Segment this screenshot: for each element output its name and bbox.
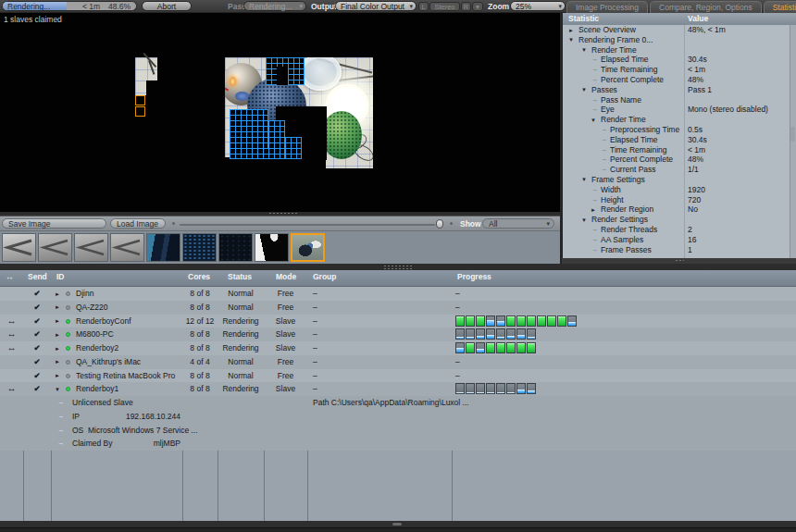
stat-row-pass-name[interactable]: →Pass Name — [563, 95, 789, 105]
stat-row-render-region[interactable]: ►Render RegionNo — [563, 204, 789, 215]
collapse-icon[interactable]: ▼ — [55, 383, 60, 397]
stat-row-passes[interactable]: ▼PassesPass 1 — [563, 85, 789, 95]
thumbnail-render-dark[interactable] — [218, 233, 253, 262]
expand-icon[interactable]: ► — [55, 328, 60, 342]
collapse-icon[interactable]: ▼ — [581, 85, 587, 95]
table-horizontal-scrollbar[interactable] — [0, 521, 796, 527]
expand-icon[interactable]: ► — [55, 288, 60, 302]
tab-statistics[interactable]: Statistics — [764, 1, 796, 13]
stat-label: Percent Complete — [610, 155, 673, 165]
expand-icon[interactable]: ► — [568, 26, 574, 36]
thumbnail-chevron[interactable] — [38, 233, 72, 262]
stat-row-render-time[interactable]: ▼Render Time — [563, 115, 789, 125]
thumbnail-render-bw[interactable] — [255, 233, 289, 262]
tab-compare-region-options[interactable]: Compare, Region, Options — [650, 1, 762, 13]
slave-row-testing-retina-macbook-pro[interactable]: ✔►Testing Retina MacBook Pro8 of 8Normal… — [0, 369, 796, 383]
progress-cell — [476, 342, 485, 353]
load-image-button[interactable]: Load Image — [110, 218, 166, 229]
stereo-button[interactable]: Stereo — [429, 2, 460, 11]
expand-icon[interactable]: ► — [55, 355, 60, 369]
send-checkmark[interactable]: ✔ — [23, 301, 51, 315]
expand-icon[interactable]: ► — [55, 315, 60, 328]
save-image-button[interactable]: Save Image — [2, 218, 106, 229]
send-checkmark[interactable]: ✔ — [23, 382, 51, 396]
stat-row-width[interactable]: →Width1920 — [563, 185, 789, 195]
send-checkmark[interactable]: ✔ — [23, 355, 51, 369]
slave-id: M6800-PC — [76, 328, 114, 341]
send-checkmark[interactable]: ✔ — [23, 328, 51, 341]
collapse-icon[interactable]: ▼ — [581, 175, 587, 185]
stat-row-render-time[interactable]: ▼Render Time — [563, 45, 789, 56]
thumbnail-render-speckle[interactable] — [182, 233, 217, 262]
chevron-down-icon: ▾ — [546, 219, 550, 229]
thumbnail-slider-handle[interactable] — [436, 219, 443, 229]
show-filter-dropdown[interactable]: All ▾ — [482, 218, 554, 229]
thumbnail-render-photo[interactable] — [291, 233, 325, 262]
stat-row-frame-passes[interactable]: →Frame Passes1 — [563, 245, 789, 255]
thumbnail-slider-track[interactable] — [180, 224, 435, 226]
stat-row-height[interactable]: →Height720 — [563, 195, 789, 205]
slave-row-qa-z220[interactable]: ✔►QA-Z2208 of 8NormalFree–– — [0, 301, 796, 315]
table-splitter[interactable] — [0, 264, 796, 270]
stat-row-elapsed-time[interactable]: →Elapsed Time30.4s — [563, 135, 789, 145]
collapse-icon[interactable]: ▼ — [581, 45, 587, 56]
thumbnail-render-blue[interactable] — [146, 233, 180, 262]
progress-fill — [477, 336, 484, 339]
stat-row-percent-complete[interactable]: →Percent Complete48% — [563, 75, 789, 85]
zoom-dropdown[interactable]: 25% ▾ — [510, 1, 566, 11]
stat-row-aa-samples[interactable]: →AA Samples16 — [563, 235, 789, 245]
stat-row-elapsed-time[interactable]: →Elapsed Time30.4s — [563, 55, 789, 65]
slave-row-renderboyconf[interactable]: ↔✔►RenderboyConf12 of 12RenderingSlave– — [0, 315, 796, 328]
scrollbar-handle[interactable] — [790, 127, 795, 142]
send-checkmark[interactable]: ✔ — [23, 287, 51, 301]
slave-row-djinn[interactable]: ✔►Djinn8 of 8NormalFree–– — [0, 287, 796, 301]
pass-dropdown[interactable]: Rendering... ▾ — [243, 1, 306, 11]
expand-icon[interactable]: ► — [55, 369, 60, 383]
send-checkmark[interactable]: ✔ — [23, 341, 51, 355]
collapse-icon[interactable]: ▼ — [581, 216, 587, 226]
expand-icon[interactable]: ► — [55, 342, 60, 356]
stat-row-time-remaining[interactable]: →Time Remaining< 1m — [563, 145, 789, 155]
slave-row-renderboy2[interactable]: ↔✔►Renderboy28 of 8RenderingSlave– — [0, 341, 796, 355]
stat-row-render-settings[interactable]: ▼Render Settings — [563, 215, 789, 225]
collapse-icon[interactable]: ▼ — [568, 35, 574, 45]
stat-row-frame-settings[interactable]: ▼Frame Settings — [563, 175, 789, 185]
stat-row-render-threads[interactable]: →Render Threads2 — [563, 225, 789, 235]
render-viewport[interactable]: 1 slaves claimed — [0, 13, 560, 212]
thumbnail-chevron[interactable] — [74, 233, 108, 262]
progress-cell — [455, 315, 465, 327]
tab-image-processing[interactable]: Image Processing — [566, 1, 648, 13]
stat-row-current-pass[interactable]: →Current Pass1/1 — [563, 165, 789, 175]
scrollbar-handle[interactable] — [392, 523, 402, 526]
slave-row-qa-kithrup-s-imac[interactable]: ✔►QA_Kithrup's iMac4 of 4NormalFree–– — [0, 355, 796, 369]
send-checkmark[interactable]: ✔ — [23, 315, 51, 328]
progress-fill — [477, 392, 484, 394]
stat-row-percent-complete[interactable]: →Percent Complete48% — [563, 155, 789, 165]
slave-row-m6800-pc[interactable]: ↔✔►M6800-PC8 of 8RenderingSlave– — [0, 328, 796, 341]
expand-icon[interactable]: ► — [591, 205, 596, 216]
abort-button[interactable]: Abort — [142, 1, 192, 11]
send-checkmark[interactable]: ✔ — [23, 369, 51, 383]
progress-cell — [567, 315, 577, 327]
stat-row-rendering-frame-0[interactable]: ▼Rendering Frame 0... — [563, 35, 789, 45]
collapse-icon[interactable]: ▼ — [591, 116, 596, 126]
statistics-vertical-scrollbar[interactable] — [790, 25, 796, 258]
progress-cell — [466, 328, 475, 340]
stat-row-preprocessing-time[interactable]: →Preprocessing Time0.5s — [563, 125, 789, 135]
stereo-left-button[interactable]: L — [418, 2, 429, 11]
stereo-dropdown[interactable]: ▾ — [472, 2, 483, 11]
stat-row-scene-overview[interactable]: ►Scene Overview48%, < 1m — [563, 25, 789, 35]
expand-icon[interactable]: ► — [55, 301, 60, 315]
stereo-right-button[interactable]: R — [461, 2, 471, 11]
slave-cores: 8 of 8 — [182, 328, 218, 341]
slave-progress: – — [455, 369, 460, 383]
slave-cores: 8 of 8 — [182, 301, 218, 315]
output-dropdown[interactable]: Final Color Output ▾ — [335, 1, 417, 11]
slave-row-renderboy1[interactable]: ↔✔▼Renderboy18 of 8RenderingSlave– — [0, 382, 796, 396]
thumbnail-chevron[interactable] — [110, 233, 144, 262]
thumbnail-chevron-large[interactable] — [2, 233, 36, 262]
stat-row-time-remaining[interactable]: →Time Remaining< 1m — [563, 65, 789, 75]
stat-row-eye[interactable]: →EyeMono (stereo disabled) — [563, 105, 789, 115]
progress-cell — [466, 383, 475, 394]
cores-column-header: Cores — [188, 272, 210, 281]
